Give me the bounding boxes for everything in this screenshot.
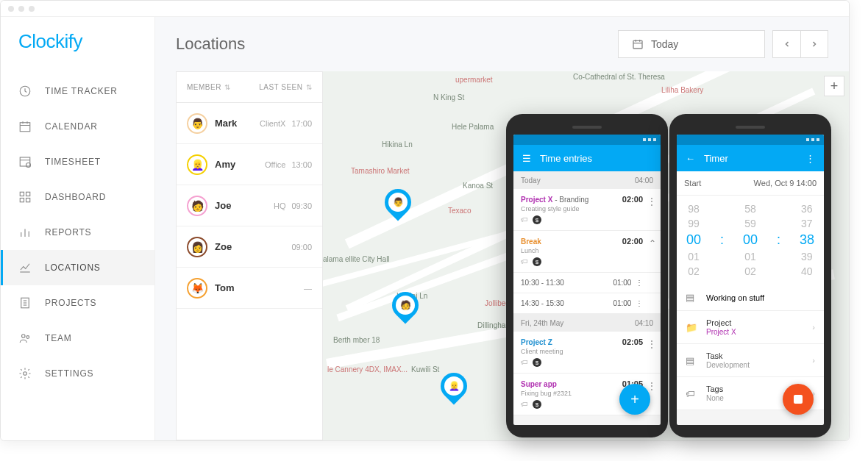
chevron-right-icon: › [812,356,815,365]
map-label: Kanoa St [463,182,493,190]
member-name: Joe [215,200,274,211]
svg-rect-23 [633,40,642,49]
billable-icon: $ [533,215,541,224]
member-row[interactable]: 👱‍♀️AmyOffice13:00 [177,144,322,185]
next-button[interactable] [800,30,828,58]
nav-label: TIME TRACKER [45,86,118,96]
picker-row[interactable]: 985836 [677,201,824,216]
member-row[interactable]: 🧑JoeHQ09:30 [177,185,322,226]
picker-row[interactable]: 995937 [677,216,824,231]
back-icon[interactable]: ← [686,153,695,164]
time-entry[interactable]: Project X - Branding02:00Creating style … [513,189,661,231]
timer-field-task[interactable]: ▤TaskDevelopment› [677,344,824,377]
sidebar-item-locations[interactable]: LOCATIONS [1,250,154,285]
mobile-mockup-timer: ← Timer ⋮ Start Wed, Oct 9 14:00 9858369… [669,114,831,437]
time-entry[interactable]: Break02:00Lunch🏷$⌃ [513,231,661,273]
prev-button[interactable] [772,30,800,58]
day-header: Fri, 24th May04:10 [513,314,661,332]
map-label: Hikina Ln [382,140,413,149]
member-row[interactable]: 🦊Tom— [177,268,322,309]
picker-row[interactable]: 00:00:38 [677,231,824,249]
picker-row[interactable]: 020240 [677,264,824,279]
map-zoom-in-button[interactable]: + [824,76,844,96]
member-location: HQ [274,201,286,210]
sidebar-item-calendar[interactable]: CALENDAR [1,109,154,144]
member-location: Office [265,160,286,169]
grid-icon [18,190,32,204]
member-name: Mark [215,118,260,129]
description-field[interactable]: Working on stuff [706,293,764,302]
member-time: 17:00 [291,119,312,128]
avatar: 🧑 [187,196,207,216]
entry-more-icon[interactable]: ⌃ [649,238,656,249]
date-picker-button[interactable]: Today [618,30,765,58]
nav-label: TEAM [45,333,72,343]
calendar-icon [632,38,644,50]
field-label: Task [706,351,803,360]
stop-timer-fab[interactable] [783,384,814,415]
nav-label: REPORTS [45,227,91,237]
svg-point-20 [22,335,26,338]
sub-entry[interactable]: 14:30 - 15:3001:00 ⋮ [513,293,661,314]
map-label: Tamashiro Market [351,167,409,175]
sidebar-item-projects[interactable]: PROJECTS [1,285,154,321]
tag-icon: 🏷 [521,215,530,224]
entry-more-icon[interactable]: ⋮ [647,381,656,391]
time-entry[interactable]: Project Z02:05Client meeting🏷$⋮ [513,332,661,374]
member-column-header[interactable]: MEMBER⇅ [187,83,259,91]
tag-icon: 🏷 [521,400,530,409]
sidebar-item-timesheet[interactable]: TIMESHEET [1,144,154,179]
entry-more-icon[interactable]: ⋮ [647,339,656,349]
member-row[interactable]: 👩Zoe09:00 [177,226,322,268]
time-picker[interactable]: 98583699593700:00:38010139020240 [677,196,824,285]
entry-project: Super app [521,380,557,388]
mobile-mockup-entries: ☰ Time entries Today04:00Project X - Bra… [506,114,668,437]
entry-project: Break [521,237,541,246]
day-header: Today04:00 [513,171,661,189]
tag-icon: 🏷 [521,257,530,266]
calendar-icon [18,120,32,133]
picker-row[interactable]: 010139 [677,249,824,264]
page-title: Locations [176,35,245,54]
entry-description: Creating style guide [521,205,653,212]
entry-project: Project X - Branding [521,196,588,204]
doc-icon [18,296,32,310]
gear-icon [18,367,32,380]
entry-more-icon[interactable]: ⋮ [647,196,656,207]
member-time: — [304,284,312,293]
billable-icon: $ [533,257,541,266]
note-icon: ▤ [686,292,697,303]
tag-icon: 🏷 [686,388,697,399]
timer-field-project[interactable]: 📁ProjectProject X› [677,311,824,344]
start-label: Start [684,179,701,187]
sidebar-item-dashboard[interactable]: DASHBOARD [1,179,154,215]
sidebar-item-settings[interactable]: SETTINGS [1,356,154,391]
avatar: 👩 [187,237,207,257]
more-icon[interactable]: ⋮ [805,153,815,164]
entry-duration: 02:00 [622,237,643,246]
sidebar-item-reports[interactable]: REPORTS [1,215,154,250]
add-entry-fab[interactable]: + [619,384,650,415]
svg-point-22 [24,372,27,376]
svg-rect-10 [20,199,24,202]
sidebar-item-team[interactable]: TEAM [1,321,154,356]
map-pin[interactable]: 🧑 [392,292,419,326]
lastseen-column-header[interactable]: LAST SEEN⇅ [259,83,312,91]
field-value: Project X [706,328,803,336]
sidebar-item-time-tracker[interactable]: TIME TRACKER [1,74,154,109]
avatar: 👱‍♀️ [187,154,207,175]
hamburger-icon[interactable]: ☰ [522,153,531,164]
member-row[interactable]: 👨MarkClientX17:00 [177,103,322,144]
sub-entry[interactable]: 10:30 - 11:3001:00 ⋮ [513,273,661,293]
svg-rect-5 [20,157,30,166]
map-pin[interactable]: 👨 [385,189,411,223]
map-pin[interactable]: 👱‍♀️ [441,373,467,407]
chart-icon [18,261,32,274]
entry-project: Project Z [521,338,552,346]
member-time: 13:00 [291,160,312,169]
nav-label: SETTINGS [45,368,93,379]
folder-icon: 📁 [686,322,697,333]
entry-description: Client meeting [521,348,653,355]
map-label: Liliha Bakery [661,86,703,94]
avatar: 🦊 [187,278,207,299]
